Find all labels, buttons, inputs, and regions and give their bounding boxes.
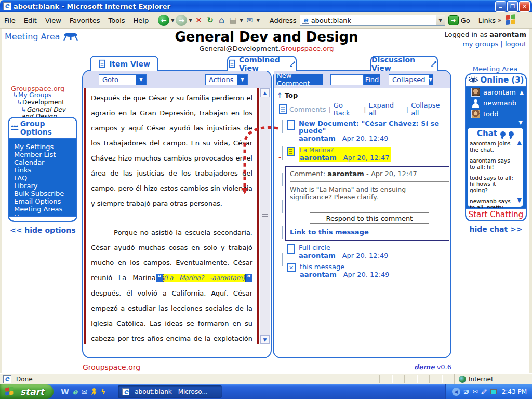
member-row-newmanb[interactable]: newmanb (466, 98, 526, 109)
scroll-down-icon[interactable]: ▼ (518, 119, 523, 126)
go-button[interactable]: Go (448, 15, 470, 25)
dropdown-arrow-icon[interactable] (237, 75, 247, 85)
outlook-icon[interactable]: ✉ (81, 388, 87, 395)
menu-help[interactable]: Help (129, 15, 153, 26)
go-back-link[interactable]: Go Back (334, 101, 361, 117)
start-chatting-link[interactable]: Start Chatting (469, 210, 524, 219)
actions-dropdown[interactable]: Actions (205, 74, 248, 85)
back-dropdown-icon[interactable]: ▼ (171, 18, 174, 23)
inline-annotation[interactable]: (La Marina? -aarontam) (163, 274, 246, 282)
window-titlebar[interactable]: about:blank - Microsoft Internet Explore… (0, 0, 532, 12)
word-icon[interactable]: W (61, 388, 69, 395)
home-icon[interactable]: ⌂ (217, 15, 227, 25)
thread-item-full-circle[interactable]: Full circle aarontam - Apr 20, 12:49 (287, 244, 449, 259)
menu-file[interactable]: File (0, 15, 20, 26)
comment-box: Comment: aarontam - Apr 20, 12:47 What i… (285, 166, 449, 241)
aim-icon[interactable] (91, 388, 97, 396)
expand-all-link[interactable]: Expand all (368, 101, 403, 117)
thread-item-this-message[interactable]: this message aarontam - Apr 20, 12:49 (287, 263, 449, 278)
mail-dropdown-icon[interactable]: ▼ (257, 18, 260, 23)
zone-text: Internet (469, 376, 494, 383)
address-label: Address (270, 17, 297, 24)
sidebar-item-faq[interactable]: FAQ (14, 174, 76, 182)
chat-scroll-down-icon[interactable]: ▼ (517, 197, 522, 204)
start-button[interactable]: start (0, 384, 54, 399)
volume-icon[interactable]: 🖉 (481, 388, 487, 395)
chat-scroll-up-icon[interactable]: ▲ (517, 139, 522, 146)
stop-icon[interactable]: ✕ (194, 15, 204, 25)
thread-item-la-marina[interactable]: La Marina? aarontam - Apr 20, 12:47 (287, 147, 449, 162)
logout-link[interactable]: logout (505, 40, 526, 48)
winamp-icon[interactable]: ϟ (101, 388, 105, 395)
member-row-aarontam[interactable]: aarontam ▲ (466, 87, 526, 98)
goto-dropdown[interactable]: Goto (99, 74, 147, 85)
scroll-up-icon[interactable] (260, 88, 270, 97)
links-menu[interactable]: Links (478, 17, 496, 24)
go-arrow-icon (448, 15, 459, 25)
new-comment-button[interactable]: New Comment (276, 74, 323, 85)
forward-button[interactable] (176, 15, 187, 26)
sidebar-item-my-settings[interactable]: My Settings (14, 143, 76, 151)
address-input[interactable]: about:blank ▼ (300, 15, 445, 26)
footer-version[interactable]: deme v0.6 (365, 363, 451, 371)
tab-combined-view[interactable]: Combined View (227, 56, 297, 71)
footer-site-link[interactable]: Groupspace.org (83, 363, 140, 371)
sidebar-item-library[interactable]: Library (14, 182, 76, 190)
taskbar-task-button[interactable]: about:blank - Microso... (118, 385, 222, 398)
scroll-down-icon[interactable] (260, 335, 270, 344)
tree-item-development[interactable]: ↳Development (17, 99, 75, 106)
tree-item-my-groups[interactable]: ↳My Groups (13, 92, 75, 99)
back-button[interactable] (158, 15, 169, 26)
member-row-todd[interactable]: todd (466, 109, 526, 119)
close-quote-icon[interactable]: ” (245, 274, 252, 282)
menu-tools[interactable]: Tools (104, 15, 129, 26)
menu-favorites[interactable]: Favorites (65, 15, 104, 26)
sidebar-item-meeting-areas[interactable]: Meeting Areas (14, 205, 76, 213)
maximize-button[interactable] (507, 1, 518, 12)
sidebar-item-calendar[interactable]: Calendar (14, 158, 76, 166)
collapse-mode-dropdown[interactable]: Collapsed (389, 74, 433, 85)
menu-edit[interactable]: Edit (20, 15, 41, 26)
refresh-icon[interactable]: ↻ (205, 15, 216, 25)
tray-collapse-icon[interactable]: ◀ (452, 388, 460, 396)
menu-view[interactable]: View (41, 15, 65, 26)
top-link[interactable]: Top (285, 91, 298, 99)
minimize-button[interactable] (495, 1, 506, 12)
discussion-tree: ↑ Top Comments | Go Back | Expand all | … (276, 90, 449, 355)
sidebar-item-bulk-subscribe[interactable]: Bulk Subscribe (14, 190, 76, 197)
history-icon[interactable]: ▤ (228, 15, 238, 25)
dropdown-arrow-icon[interactable] (136, 75, 146, 85)
link-to-message[interactable]: Link to this message (290, 228, 449, 236)
chat-bubble-icon (500, 131, 506, 137)
scrollbar-grip[interactable] (262, 212, 268, 217)
respond-button[interactable]: Respond to this comment (310, 212, 429, 224)
my-groups-link[interactable]: my groups (462, 40, 498, 48)
address-dropdown-icon[interactable]: ▼ (436, 15, 445, 25)
scroll-up-icon[interactable]: ▲ (520, 89, 524, 95)
done-page-icon (3, 375, 11, 383)
sidebar-item-links[interactable]: Links (14, 166, 76, 174)
page-icon (99, 60, 105, 68)
network-icon[interactable]: 🖳 (463, 388, 470, 395)
tray-app-icon[interactable] (490, 389, 497, 394)
dropdown-arrow-icon[interactable] (429, 75, 433, 85)
history-dropdown-icon[interactable]: ▼ (240, 18, 243, 23)
comments-link[interactable]: Comments (289, 105, 326, 113)
sidebar-item-member-list[interactable]: Member List (14, 151, 76, 158)
forward-dropdown-icon[interactable]: ▼ (189, 18, 192, 23)
mail-icon[interactable]: ✉ (245, 15, 255, 25)
ie-quicklaunch-icon[interactable]: e (73, 388, 78, 395)
sidebar-item-email-options[interactable]: Email Options (14, 197, 76, 205)
tab-item-view[interactable]: Item View (90, 56, 158, 71)
close-button[interactable] (519, 1, 530, 12)
collapse-all-link[interactable]: Collapse all (411, 101, 449, 117)
tab-discussion-view[interactable]: Discussion View (370, 56, 438, 71)
hide-chat-link[interactable]: hide chat >> (465, 225, 527, 233)
hide-options-link[interactable]: << hide options (10, 226, 76, 234)
links-chevron-icon[interactable]: » (498, 17, 501, 24)
find-button[interactable]: Find (364, 74, 380, 85)
tray-mail-icon[interactable]: ✉ (473, 388, 478, 395)
find-input[interactable] (330, 74, 364, 85)
open-quote-icon[interactable]: “ (156, 274, 163, 282)
thread-item-new-document[interactable]: New Document: "César Chávez: Sí se puede… (287, 120, 449, 142)
